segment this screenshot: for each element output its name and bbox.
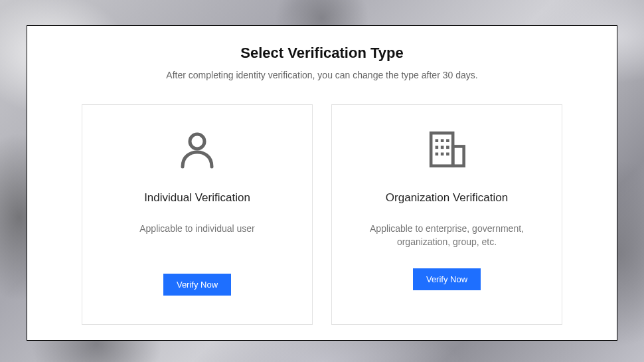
svg-point-0 <box>190 134 204 149</box>
svg-rect-1 <box>431 133 453 166</box>
svg-rect-6 <box>436 146 439 149</box>
svg-rect-11 <box>446 153 449 156</box>
page-title: Select Verification Type <box>27 45 617 62</box>
verification-panel: Select Verification Type After completin… <box>27 25 617 341</box>
svg-rect-10 <box>441 153 444 156</box>
svg-rect-7 <box>441 146 444 149</box>
svg-rect-8 <box>446 146 449 149</box>
svg-rect-4 <box>441 139 444 142</box>
svg-rect-5 <box>446 139 449 142</box>
individual-card-title: Individual Verification <box>144 191 250 205</box>
individual-card-description: Applicable to individual user <box>131 222 263 250</box>
organization-card-title: Organization Verification <box>386 191 508 205</box>
svg-rect-2 <box>453 146 464 165</box>
building-icon <box>425 128 469 171</box>
individual-verify-button[interactable]: Verify Now <box>163 274 231 296</box>
cards-container: Individual Verification Applicable to in… <box>27 104 617 325</box>
person-icon <box>175 128 219 171</box>
organization-verify-button[interactable]: Verify Now <box>413 268 481 290</box>
page-subtitle: After completing identity verification, … <box>27 70 617 80</box>
organization-verification-card[interactable]: Organization Verification Applicable to … <box>331 104 562 325</box>
svg-rect-3 <box>436 139 439 142</box>
svg-rect-9 <box>436 153 439 156</box>
individual-verification-card[interactable]: Individual Verification Applicable to in… <box>82 104 313 325</box>
organization-card-description: Applicable to enterprise, government, or… <box>344 222 550 250</box>
